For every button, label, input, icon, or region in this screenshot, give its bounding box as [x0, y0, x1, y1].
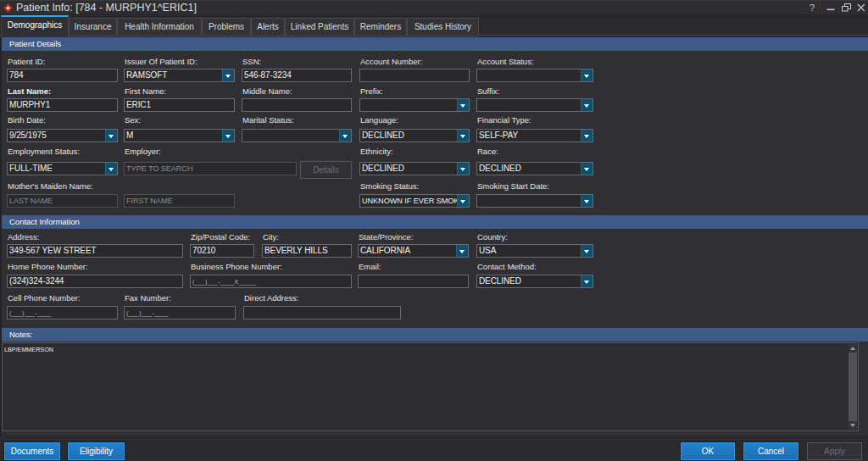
home-phone-number-value: (324)324-3244 [9, 276, 64, 286]
country-value: USA [479, 246, 496, 255]
marital-status-label: Marital Status: [242, 115, 294, 125]
mothers-maiden-last-name-input[interactable]: LAST NAME [7, 194, 118, 208]
notes-textarea[interactable]: LBP/EMMERSON [2, 342, 859, 431]
smoking-start-date-label: Smoking Start Date: [477, 181, 549, 192]
home-phone-number-label: Home Phone Number: [8, 262, 88, 272]
apply-button[interactable]: Apply [807, 442, 862, 460]
employment-status-value: FULL-TIME [9, 164, 53, 173]
suffix-combobox[interactable] [476, 98, 593, 112]
smoking-start-date-dropdown-icon[interactable] [581, 195, 593, 207]
sex-value: M [126, 131, 133, 140]
ethnicity-dropdown-icon[interactable] [457, 163, 469, 175]
app-icon [3, 3, 14, 14]
tab-studies-history[interactable]: Studies History [407, 18, 479, 36]
cancel-button[interactable]: Cancel [743, 442, 798, 460]
smoking-status-combobox[interactable]: UNKNOWN IF EVER SMOKED [359, 194, 470, 208]
fax-number-input[interactable]: (___)___-____ [124, 306, 236, 319]
documents-button[interactable]: Documents [4, 442, 60, 460]
direct-address-input[interactable] [243, 306, 401, 319]
state-province-combobox[interactable]: CALIFORNIA [358, 244, 469, 258]
tab-strip: DemographicsInsuranceHealth InformationP… [0, 15, 868, 37]
employment-status-combobox[interactable]: FULL-TIME [7, 162, 118, 175]
minimize-button[interactable] [822, 1, 839, 15]
zip-postal-code-input[interactable]: 70210 [190, 244, 254, 258]
tab-insurance[interactable]: Insurance [69, 18, 117, 36]
cell-phone-number-input[interactable]: (___)___-____ [7, 306, 118, 319]
country-dropdown-icon[interactable] [581, 245, 593, 257]
country-combobox[interactable]: USA [476, 244, 593, 258]
zip-postal-code-value: 70210 [192, 246, 215, 255]
mothers-maiden-first-name-input[interactable]: FIRST NAME [124, 194, 235, 208]
ssn-input[interactable]: 546-87-3234 [242, 69, 352, 82]
help-button[interactable]: ? [804, 1, 821, 15]
smoking-start-date-combobox[interactable] [476, 194, 593, 208]
marital-status-combobox[interactable] [242, 129, 352, 142]
email-input[interactable] [358, 275, 469, 288]
zip-postal-code-label: Zip/Postal Code: [191, 232, 250, 242]
smoking-status-dropdown-icon[interactable] [457, 195, 469, 207]
business-phone-number-input[interactable]: (___)___-____X_____ [190, 275, 352, 288]
financial-type-dropdown-icon[interactable] [581, 130, 593, 142]
account-number-input[interactable] [359, 69, 470, 82]
address-value: 349-567 YEW STREET [9, 246, 97, 255]
financial-type-combobox[interactable]: SELF-PAY [476, 129, 593, 142]
language-combobox[interactable]: DECLINED [359, 129, 470, 142]
restore-button[interactable] [837, 1, 854, 15]
ethnicity-combobox[interactable]: DECLINED [359, 162, 470, 175]
scroll-up-icon[interactable] [849, 344, 857, 353]
issuer-of-patient-id-label: Issuer Of Patient ID: [125, 57, 198, 67]
business-phone-number-value: (___)___-____X_____ [192, 278, 256, 286]
race-combobox[interactable]: DECLINED [476, 162, 593, 175]
eligibility-button[interactable]: Eligibility [68, 442, 125, 460]
race-value: DECLINED [479, 164, 521, 173]
birth-date-value: 9/25/1975 [9, 131, 47, 140]
scrollbar-thumb[interactable] [849, 353, 857, 421]
last-name-input[interactable]: MURPHY1 [7, 98, 118, 112]
marital-status-dropdown-icon[interactable] [339, 130, 351, 142]
home-phone-number-input[interactable]: (324)324-3244 [7, 275, 183, 288]
tab-health-information[interactable]: Health Information [117, 18, 202, 36]
city-input[interactable]: BEVERLY HILLS [262, 244, 352, 258]
first-name-input[interactable]: ERIC1 [124, 98, 235, 112]
race-dropdown-icon[interactable] [581, 163, 593, 175]
account-status-dropdown-icon[interactable] [581, 69, 593, 81]
birth-date-dropdown-icon[interactable] [105, 130, 117, 142]
tab-alerts[interactable]: Alerts [251, 18, 285, 36]
birth-date-combobox[interactable]: 9/25/1975 [7, 129, 118, 142]
suffix-label: Suffix: [477, 86, 499, 97]
address-input[interactable]: 349-567 YEW STREET [7, 244, 183, 258]
ok-button[interactable]: OK [681, 442, 735, 460]
title-bar: Patient Info: [784 - MURPHY1^ERIC1] ? [0, 0, 868, 15]
employer-label: Employer: [125, 147, 161, 157]
section-patient-details: Patient Details [2, 37, 868, 51]
patient-id-input[interactable]: 784 [7, 69, 118, 82]
state-province-dropdown-icon[interactable] [456, 245, 468, 257]
close-button[interactable] [853, 1, 868, 15]
sex-combobox[interactable]: M [124, 129, 235, 142]
issuer-of-patient-id-dropdown-icon[interactable] [222, 69, 234, 81]
account-status-combobox[interactable] [476, 69, 593, 82]
section-notes: Notes: [2, 328, 868, 342]
sex-dropdown-icon[interactable] [222, 130, 234, 142]
issuer-of-patient-id-combobox[interactable]: RAMSOFT [124, 69, 235, 82]
employment-status-dropdown-icon[interactable] [105, 163, 117, 175]
tab-linked-patients[interactable]: Linked Patients [285, 18, 354, 36]
contact-method-dropdown-icon[interactable] [581, 275, 593, 287]
fax-number-value: (___)___-____ [126, 309, 168, 317]
tab-problems[interactable]: Problems [202, 18, 251, 36]
contact-method-combobox[interactable]: DECLINED [476, 275, 593, 288]
prefix-dropdown-icon[interactable] [457, 99, 469, 111]
suffix-dropdown-icon[interactable] [581, 99, 593, 111]
email-label: Email: [359, 262, 381, 272]
employer-details-button[interactable]: Details [300, 161, 352, 179]
tab-demographics[interactable]: Demographics [1, 15, 69, 37]
prefix-combobox[interactable] [359, 98, 470, 112]
tab-reminders[interactable]: Reminders [354, 18, 407, 36]
language-dropdown-icon[interactable] [457, 130, 469, 142]
employment-status-label: Employment Status: [8, 147, 80, 157]
employer-input[interactable]: TYPE TO SEARCH [124, 162, 297, 175]
middle-name-input[interactable] [242, 98, 352, 112]
notes-scrollbar[interactable] [849, 344, 857, 430]
account-status-label: Account Status: [477, 57, 534, 67]
scroll-down-icon[interactable] [849, 421, 857, 430]
